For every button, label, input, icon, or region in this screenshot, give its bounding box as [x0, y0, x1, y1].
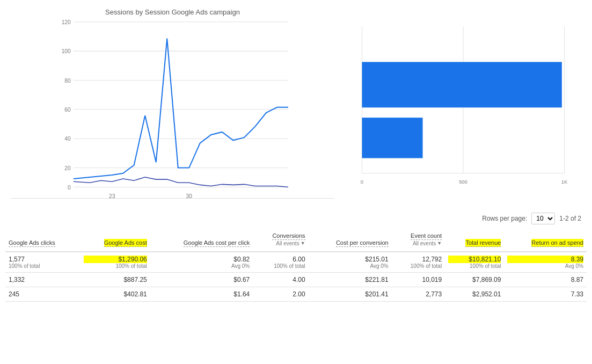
svg-text:100: 100	[62, 48, 71, 54]
data-table: Google Ads clicks Google Ads cost Google…	[5, 228, 587, 302]
bar-chart-svg: 0 500 1K	[345, 21, 581, 199]
summary-cpc: $0.82 Avg 0%	[150, 252, 253, 273]
summary-row: 1,577 100% of total $1,290.06 100% of to…	[5, 252, 587, 273]
svg-text:80: 80	[64, 78, 71, 84]
svg-rect-23	[362, 62, 561, 107]
chart-title: Sessions by Session Google Ads campaign	[11, 8, 334, 16]
svg-rect-24	[362, 118, 422, 158]
table-section: Rows per page: 10 25 50 1-2 of 2 Google …	[0, 209, 592, 302]
col-label-cpc[interactable]: Google Ads cost per click	[184, 239, 250, 247]
line-chart-svg: 120 100 80 60 40 20 0 23 30	[11, 5, 334, 198]
row1-clicks: 1,332	[5, 273, 81, 287]
row2-clicks: 245	[5, 287, 81, 302]
svg-text:40: 40	[64, 136, 71, 142]
svg-text:60: 60	[64, 107, 71, 113]
summary-roas: 8.39 Avg 0%	[504, 252, 587, 273]
table-row: 245 $402.81 $1.64 2.00 $201.41	[5, 287, 587, 302]
col-sublabel-conversions: All events ▼	[276, 240, 305, 247]
svg-text:20: 20	[64, 165, 71, 171]
svg-text:120: 120	[62, 19, 71, 25]
summary-clicks: 1,577 100% of total	[5, 252, 81, 273]
col-header-cpc: Google Ads cost per click	[150, 228, 253, 252]
col-header-conversions: Conversions All events ▼	[253, 228, 308, 252]
bar-chart-container: 0 500 1K	[345, 5, 581, 199]
col-header-roas: Return on ad spend	[504, 228, 587, 252]
svg-text:0: 0	[68, 185, 71, 191]
row1-cost-per-conv: $221.81	[309, 273, 392, 287]
summary-conversions: 6.00 100% of total	[253, 252, 308, 273]
svg-text:500: 500	[459, 179, 467, 185]
col-label-clicks[interactable]: Google Ads clicks	[9, 239, 55, 247]
summary-event-count: 12,792 100% of total	[392, 252, 445, 273]
rows-per-page-select[interactable]: 10 25 50	[531, 213, 555, 224]
row1-cost: $887.25	[81, 273, 150, 287]
row2-cost-per-conv: $201.41	[309, 287, 392, 302]
table-row: 1,332 $887.25 $0.67 4.00 $221.81	[5, 273, 587, 287]
col-label-roas[interactable]: Return on ad spend	[531, 239, 583, 247]
col-label-event-count[interactable]: Event count	[411, 232, 442, 240]
col-label-cost[interactable]: Google Ads cost	[104, 239, 147, 247]
row2-cpc: $1.64	[150, 287, 253, 302]
row2-cost: $402.81	[81, 287, 150, 302]
svg-text:0: 0	[361, 179, 363, 185]
row2-roas: 7.33	[504, 287, 587, 302]
row1-total-revenue: $7,869.09	[445, 273, 504, 287]
col-label-total-revenue[interactable]: Total revenue	[465, 239, 501, 247]
row2-conversions: 2.00	[253, 287, 308, 302]
svg-text:1K: 1K	[561, 179, 568, 185]
col-sublabel-event-count: All events ▼	[413, 240, 442, 247]
row2-total-revenue: $2,952.01	[445, 287, 504, 302]
line-chart-container: Sessions by Session Google Ads campaign …	[11, 5, 334, 199]
col-label-conversions[interactable]: Conversions	[272, 232, 305, 240]
summary-total-revenue: $10,821.10 100% of total	[445, 252, 504, 273]
col-header-total-revenue: Total revenue	[445, 228, 504, 252]
summary-cost: $1,290.06 100% of total	[81, 252, 150, 273]
row1-conversions: 4.00	[253, 273, 308, 287]
col-header-cost-per-conv: Cost per conversion	[309, 228, 392, 252]
table-controls: Rows per page: 10 25 50 1-2 of 2	[5, 209, 587, 228]
col-label-cost-per-conv[interactable]: Cost per conversion	[336, 239, 389, 247]
col-header-clicks: Google Ads clicks	[5, 228, 81, 252]
row2-event-count: 2,773	[392, 287, 445, 302]
col-header-cost: Google Ads cost	[81, 228, 150, 252]
event-count-dropdown-arrow[interactable]: ▼	[437, 241, 442, 247]
main-container: Sessions by Session Google Ads campaign …	[0, 0, 592, 364]
row1-event-count: 10,019	[392, 273, 445, 287]
svg-text:23: 23	[109, 193, 115, 198]
conversions-dropdown-arrow[interactable]: ▼	[301, 241, 305, 247]
svg-text:30: 30	[186, 193, 193, 198]
pagination-info: 1-2 of 2	[559, 215, 581, 222]
row1-cpc: $0.67	[150, 273, 253, 287]
charts-section: Sessions by Session Google Ads campaign …	[0, 0, 592, 209]
col-header-event-count: Event count All events ▼	[392, 228, 445, 252]
summary-cost-per-conv: $215.01 Avg 0%	[309, 252, 392, 273]
rows-per-page-label: Rows per page:	[482, 215, 527, 222]
row1-roas: 8.87	[504, 273, 587, 287]
